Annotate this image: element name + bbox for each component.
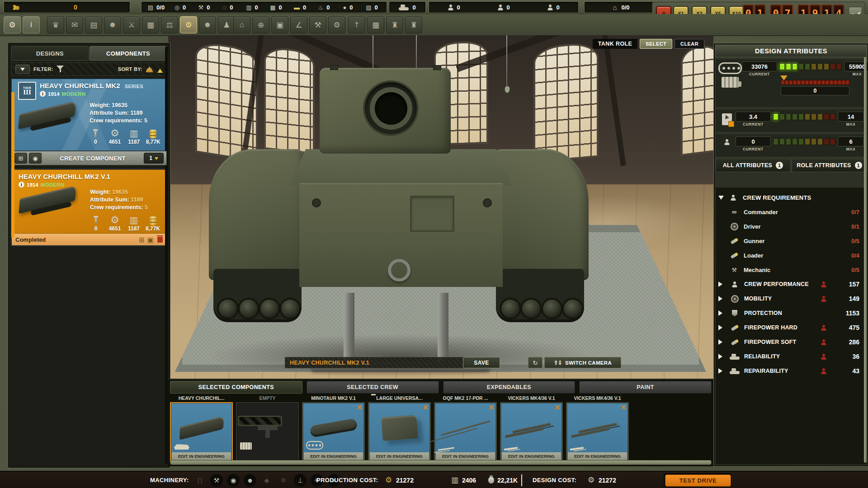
add-component-icon[interactable]: ⊞ (14, 153, 27, 164)
tank-model[interactable] (209, 68, 589, 357)
left-panel-tab[interactable]: DESIGNS (11, 46, 89, 61)
toolbar-button[interactable]: ☻ (199, 16, 216, 33)
expand-icon[interactable] (718, 339, 725, 345)
unpin-icon[interactable]: ✕ (620, 404, 626, 412)
toolbar-button[interactable]: ⚙ (4, 16, 21, 33)
toolbar-button[interactable]: ☻ (104, 16, 121, 33)
expand-icon[interactable] (718, 368, 725, 374)
attribute-row[interactable]: RELIABILITY 36 (718, 349, 864, 364)
left-panel-scrollbar[interactable] (165, 47, 168, 464)
edit-in-engineering-button[interactable] (238, 416, 282, 426)
expand-icon[interactable] (718, 310, 725, 316)
snapshot-icon[interactable]: ◉ (29, 153, 42, 164)
test-drive-button[interactable]: TEST DRIVE (664, 473, 731, 487)
crew-row[interactable]: Driver 0/1 (728, 219, 864, 234)
toolbar-button[interactable]: i (23, 16, 40, 33)
info-icon[interactable]: i (19, 182, 24, 188)
toolbar-button[interactable]: ⚒ (309, 16, 326, 33)
right-panel-scrollbar[interactable] (864, 57, 867, 463)
component-card[interactable]: ✕ EDIT IN ENGINEERING (170, 402, 233, 462)
expand-icon[interactable] (718, 282, 725, 287)
toolbar-button[interactable]: ⚙ (328, 16, 345, 33)
toolbar-button[interactable]: ⌂ (233, 16, 250, 33)
switch-camera-button[interactable]: ⇧⇩ SWITCH CAMERA (544, 357, 621, 368)
filter-funnel-icon[interactable] (57, 66, 64, 73)
toolbar-button[interactable]: ♛ (47, 16, 64, 33)
info-icon[interactable]: i (40, 91, 46, 97)
toolbar-button[interactable]: ▤ (85, 16, 102, 33)
edit-in-engineering-button[interactable]: EDIT IN ENGINEERING (436, 452, 495, 460)
toolbar-button[interactable]: ⚙ (180, 16, 197, 33)
crew-row[interactable]: Loader 0/4 (728, 248, 864, 263)
edit-in-engineering-button[interactable]: EDIT IN ENGINEERING (172, 452, 231, 460)
filter-dropdown-button[interactable] (15, 65, 30, 74)
sort-weight-icon[interactable] (146, 66, 153, 72)
slider-knob[interactable] (780, 75, 788, 84)
expand-icon[interactable] (718, 296, 725, 301)
toolbar-button[interactable]: ♟ (218, 16, 235, 33)
component-card[interactable]: ✕ EDIT IN ENGINEERING (500, 402, 563, 462)
machine-icon[interactable]: ∏ (193, 474, 206, 487)
machine-icon[interactable]: ◆ (260, 474, 273, 487)
toolbar-button[interactable]: ⊕ (252, 16, 269, 33)
create-component-button[interactable]: CREATE COMPONENT (43, 155, 142, 162)
tank-role-clear-button[interactable]: CLEAR (675, 39, 704, 49)
bottom-tab[interactable]: SELECTED COMPONENTS (170, 381, 302, 394)
component-card[interactable]: ✕ EDIT IN ENGINEERING (434, 402, 497, 462)
bottom-tab[interactable]: PAINT (579, 381, 712, 394)
unpin-icon[interactable]: ✕ (488, 404, 494, 412)
attribute-tab[interactable]: ALL ATTRIBUTES 1 (715, 159, 791, 172)
components-scrollbar[interactable] (170, 460, 712, 465)
save-button[interactable]: SAVE (463, 357, 500, 368)
toolbar-button[interactable]: ⚔ (123, 16, 140, 33)
machine-icon[interactable]: ⚒ (210, 474, 223, 487)
toolbar-button[interactable]: ▦ (367, 16, 384, 33)
create-count-dropdown[interactable]: 1 (144, 153, 164, 164)
toolbar-button[interactable]: ♜ (386, 16, 403, 33)
toolbar-button[interactable]: ✉ (66, 16, 83, 33)
toolbar-button[interactable]: ▣ (271, 16, 288, 33)
expand-icon[interactable] (718, 354, 725, 359)
crew-row[interactable]: Commander 0/7 (728, 205, 864, 219)
tank-role-select-button[interactable]: SELECT (640, 39, 672, 49)
attribute-row[interactable]: MOBILITY 149 (718, 291, 864, 306)
toolbar-button[interactable]: † (348, 16, 365, 33)
machine-icon[interactable]: ☻ (244, 474, 256, 487)
bottom-tab[interactable]: EXPENDABLES (443, 381, 576, 394)
edit-in-engineering-button[interactable]: EDIT IN ENGINEERING (502, 452, 561, 460)
toolbar-button[interactable]: ⚖ (161, 16, 178, 33)
delete-icon[interactable] (157, 237, 163, 243)
rotate-camera-button[interactable]: ↻ (528, 357, 542, 368)
left-panel-tab[interactable]: COMPONENTS (90, 46, 167, 61)
bottom-tab[interactable]: SELECTED CREW (307, 381, 439, 394)
weight-slider[interactable] (781, 80, 849, 85)
duplicate-icon[interactable]: ▣ (147, 236, 154, 243)
edit-in-engineering-button[interactable]: EDIT IN ENGINEERING (568, 452, 627, 460)
sort-direction-icon[interactable] (157, 66, 163, 73)
crew-row[interactable]: Mechanic 0/5 (728, 263, 864, 277)
crew-row[interactable]: Gunner 0/5 (728, 234, 864, 248)
attribute-row[interactable]: REPAIRABILITY 43 (718, 364, 864, 378)
machine-icon[interactable]: ⊥ (294, 474, 307, 487)
component-card[interactable]: ✕ (236, 402, 299, 462)
attribute-tab[interactable]: ROLE ATTRIBUTES 1 (792, 159, 867, 172)
variant-card[interactable]: HEAVY CHURCHILL MK2 V.1 i 1914 MODERN We… (12, 169, 166, 234)
attribute-row[interactable]: CREW PERFORMANCE 157 (718, 277, 864, 291)
unpin-icon[interactable]: ✕ (554, 404, 560, 412)
component-card[interactable]: ✕ EDIT IN ENGINEERING (368, 402, 431, 462)
machine-icon[interactable]: Φ (277, 474, 290, 487)
series-card[interactable]: TIER III HEAVY CHURCHILL MK2 SERIES i 19… (11, 79, 167, 151)
toolbar-button[interactable]: ♜ (405, 16, 422, 33)
attribute-row[interactable]: FIREPOWER HARD 475 (718, 320, 864, 335)
attribute-row[interactable]: FIREPOWER SOFT 286 (718, 335, 864, 349)
crew-requirements-section[interactable]: CREW REQUIREMENTS (718, 190, 864, 205)
edit-in-engineering-button[interactable]: EDIT IN ENGINEERING (304, 452, 363, 460)
add-component-icon[interactable]: ⊞ (139, 236, 145, 243)
attribute-row[interactable]: PROTECTION 1153 (718, 306, 864, 320)
component-card[interactable]: ✕ EDIT IN ENGINEERING (566, 402, 629, 462)
machine-icon[interactable]: ◉ (227, 474, 240, 487)
unpin-icon[interactable]: ✕ (356, 404, 362, 412)
toolbar-button[interactable]: ▦ (142, 16, 159, 33)
unpin-icon[interactable]: ✕ (422, 404, 428, 412)
edit-in-engineering-button[interactable]: EDIT IN ENGINEERING (370, 452, 429, 460)
